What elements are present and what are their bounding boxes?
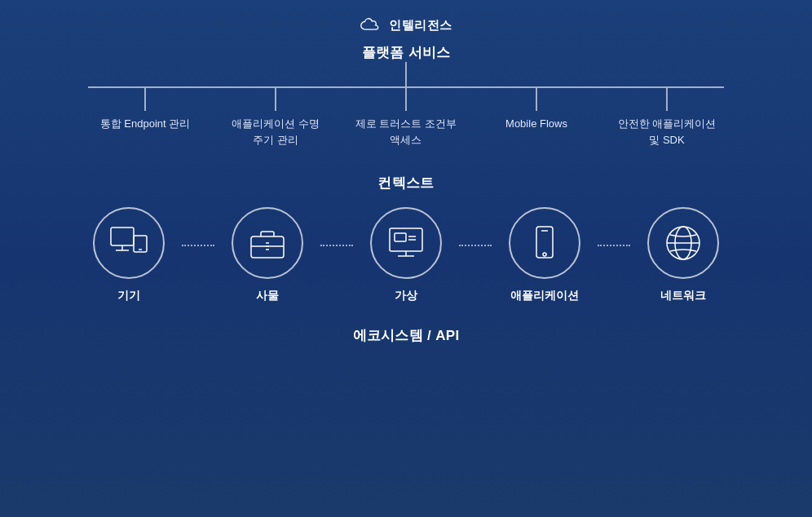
horizontal-line: [88, 86, 724, 88]
branch-item-1: 통합 Endpoint 관리: [88, 88, 202, 132]
circle-icon-device: [93, 207, 165, 279]
circle-icon-virtual: [370, 207, 442, 279]
branch-item-4: Mobile Flows: [479, 88, 594, 132]
context-item-device: 기기: [76, 207, 182, 303]
branch-label-5: 안전한 애플리케이션및 SDK: [618, 116, 717, 148]
branch-container: 통합 Endpoint 관리 애플리케이션 수명주기 관리 제로 트러스트 조건…: [88, 88, 724, 148]
platform-section: 플랫폼 서비스 통합 Endpoint 관리 애플리케이션 수명주기 관리 제로…: [0, 43, 812, 148]
branch-vertical-5: [666, 88, 668, 111]
branch-vertical-4: [536, 88, 537, 111]
branch-vertical-1: [144, 88, 146, 111]
context-item-network: 네트워크: [630, 207, 736, 303]
svg-point-17: [543, 253, 546, 256]
context-label-virtual: 가상: [395, 289, 417, 303]
svg-rect-5: [251, 236, 284, 258]
ecosystem-section: 에코시스템 / API: [353, 326, 460, 345]
context-item-virtual: 가상: [353, 207, 459, 303]
ecosystem-title: 에코시스템 / API: [353, 326, 460, 345]
main-page: 인텔리전스 플랫폼 서비스 통합 Endpoint 관리 애플리케이션 수명주기…: [0, 0, 812, 517]
context-label-thing: 사물: [256, 289, 279, 303]
svg-rect-13: [395, 233, 406, 241]
context-label-device: 기기: [117, 289, 140, 303]
context-items: 기기 사물: [76, 207, 736, 303]
connector-4: [598, 245, 630, 246]
vertical-line-top: [405, 62, 407, 86]
connector-3: [459, 245, 492, 246]
branch-item-3: 제로 트러스트 조건부액세스: [349, 88, 463, 148]
context-label-network: 네트워크: [660, 289, 706, 303]
context-label-application: 애플리케이션: [510, 289, 579, 303]
connector-2: [320, 245, 353, 246]
branch-label-1: 통합 Endpoint 관리: [100, 116, 191, 132]
platform-title: 플랫폼 서비스: [362, 43, 451, 62]
cloud-icon: [360, 16, 382, 35]
context-item-application: 애플리케이션: [492, 207, 598, 303]
context-section: 컨텍스트 기기: [0, 174, 812, 303]
intelligence-label: 인텔리전스: [360, 16, 452, 35]
context-title: 컨텍스트: [377, 174, 434, 192]
connector-1: [182, 245, 214, 246]
tree-container: 통합 Endpoint 관리 애플리케이션 수명주기 관리 제로 트러스트 조건…: [0, 62, 812, 148]
circle-icon-application: [509, 207, 580, 279]
branch-label-2: 애플리케이션 수명주기 관리: [232, 116, 320, 148]
circle-icon-network: [647, 207, 719, 279]
branch-vertical-2: [275, 88, 276, 111]
branch-item-2: 애플리케이션 수명주기 관리: [218, 88, 333, 148]
intelligence-section: 인텔리전스: [360, 16, 452, 35]
branch-item-5: 안전한 애플리케이션및 SDK: [610, 88, 724, 148]
branch-vertical-3: [405, 88, 407, 111]
context-item-thing: 사물: [214, 207, 320, 303]
branch-label-4: Mobile Flows: [505, 116, 567, 132]
svg-rect-0: [111, 228, 134, 245]
circle-icon-thing: [232, 207, 303, 279]
intelligence-title: 인텔리전스: [389, 18, 452, 33]
branch-label-3: 제로 트러스트 조건부액세스: [355, 116, 457, 148]
